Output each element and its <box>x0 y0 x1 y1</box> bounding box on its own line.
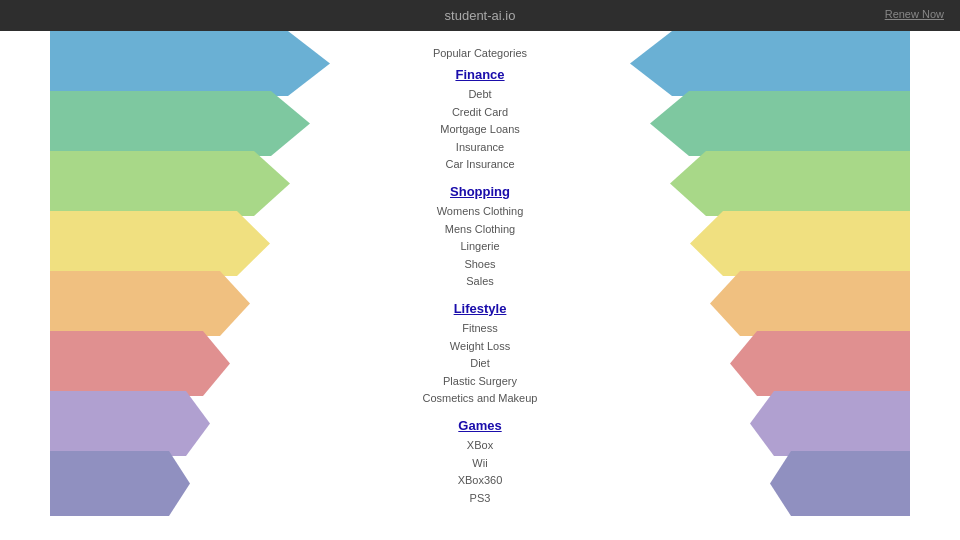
link-lingerie[interactable]: Lingerie <box>310 238 650 256</box>
link-wii[interactable]: Wii <box>310 455 650 473</box>
renew-now-link[interactable]: Renew Now <box>885 8 944 20</box>
site-title: student-ai.io <box>445 8 516 23</box>
right-banner-8 <box>770 451 910 516</box>
link-diet[interactable]: Diet <box>310 355 650 373</box>
link-insurance[interactable]: Insurance <box>310 139 650 157</box>
right-banner-1 <box>630 31 910 96</box>
category-lifestyle: LifestyleFitnessWeight LossDietPlastic S… <box>310 301 650 408</box>
link-fitness[interactable]: Fitness <box>310 320 650 338</box>
right-banner-7 <box>750 391 910 456</box>
left-banner-8 <box>50 451 190 516</box>
left-banner-5 <box>50 271 250 336</box>
left-banners <box>50 31 330 540</box>
left-banner-4 <box>50 211 270 276</box>
right-banner-6 <box>730 331 910 396</box>
link-mens-clothing[interactable]: Mens Clothing <box>310 221 650 239</box>
top-bar: student-ai.io Renew Now <box>0 0 960 31</box>
link-sales[interactable]: Sales <box>310 273 650 291</box>
right-banner-5 <box>710 271 910 336</box>
main-content: Popular CategoriesFinanceDebtCredit Card… <box>0 31 960 540</box>
category-shopping: ShoppingWomens ClothingMens ClothingLing… <box>310 184 650 291</box>
right-banner-4 <box>690 211 910 276</box>
lifestyle-title[interactable]: Lifestyle <box>310 301 650 316</box>
left-banner-3 <box>50 151 290 216</box>
link-weight-loss[interactable]: Weight Loss <box>310 338 650 356</box>
left-banner-2 <box>50 91 310 156</box>
link-xbox[interactable]: XBox <box>310 437 650 455</box>
games-title[interactable]: Games <box>310 418 650 433</box>
popular-categories-label: Popular Categories <box>310 47 650 59</box>
shopping-title[interactable]: Shopping <box>310 184 650 199</box>
right-banner-3 <box>670 151 910 216</box>
category-finance: FinanceDebtCredit CardMortgage LoansInsu… <box>310 67 650 174</box>
right-banner-2 <box>650 91 910 156</box>
finance-title[interactable]: Finance <box>310 67 650 82</box>
link-cosmetics-and-makeup[interactable]: Cosmetics and Makeup <box>310 390 650 408</box>
link-debt[interactable]: Debt <box>310 86 650 104</box>
left-banner-1 <box>50 31 330 96</box>
link-credit-card[interactable]: Credit Card <box>310 104 650 122</box>
link-plastic-surgery[interactable]: Plastic Surgery <box>310 373 650 391</box>
center-panel: Popular CategoriesFinanceDebtCredit Card… <box>310 31 650 517</box>
left-banner-6 <box>50 331 230 396</box>
link-womens-clothing[interactable]: Womens Clothing <box>310 203 650 221</box>
link-ps3[interactable]: PS3 <box>310 490 650 508</box>
left-banner-7 <box>50 391 210 456</box>
link-shoes[interactable]: Shoes <box>310 256 650 274</box>
link-car-insurance[interactable]: Car Insurance <box>310 156 650 174</box>
right-banners <box>630 31 910 540</box>
category-games: GamesXBoxWiiXBox360PS3 <box>310 418 650 507</box>
link-mortgage-loans[interactable]: Mortgage Loans <box>310 121 650 139</box>
link-xbox360[interactable]: XBox360 <box>310 472 650 490</box>
